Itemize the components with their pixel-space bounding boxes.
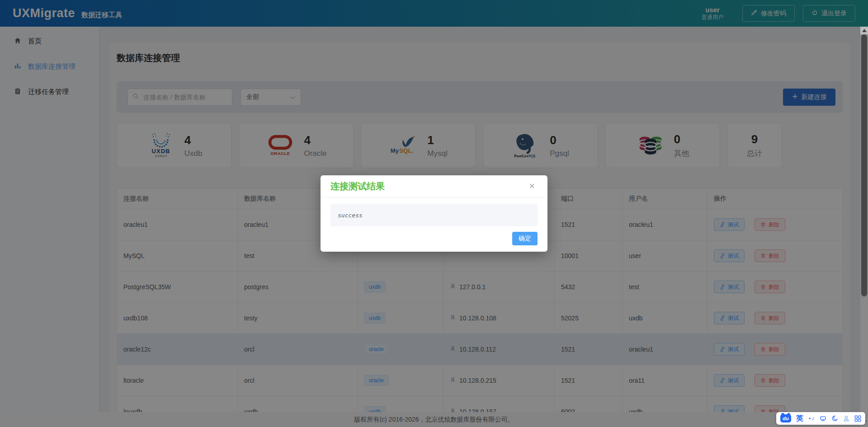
vertical-scrollbar[interactable] — [860, 27, 868, 427]
scrollbar-thumb[interactable] — [861, 34, 867, 296]
punctuation-icon[interactable] — [808, 416, 815, 421]
baidu-ime-icon[interactable]: du — [780, 414, 791, 422]
close-icon[interactable]: × — [526, 181, 538, 192]
modal-header: 连接测试结果 × — [321, 175, 547, 197]
modal-result-box: success — [330, 204, 538, 226]
language-indicator[interactable]: 英 — [796, 414, 803, 423]
ime-tray: du 英 — [776, 412, 865, 425]
modal-title: 连接测试结果 — [330, 180, 385, 192]
connection-test-result-modal: 连接测试结果 × success 确定 — [321, 175, 547, 252]
test-result-text: success — [338, 212, 363, 219]
user-mode-icon[interactable] — [843, 415, 849, 422]
modal-footer: 确定 — [321, 226, 547, 245]
confirm-button[interactable]: 确定 — [512, 232, 538, 245]
moon-icon[interactable] — [832, 415, 838, 422]
toolbox-grid-icon[interactable] — [854, 415, 861, 422]
keyboard-icon[interactable] — [820, 415, 827, 422]
scroll-up-arrow[interactable] — [860, 27, 868, 34]
